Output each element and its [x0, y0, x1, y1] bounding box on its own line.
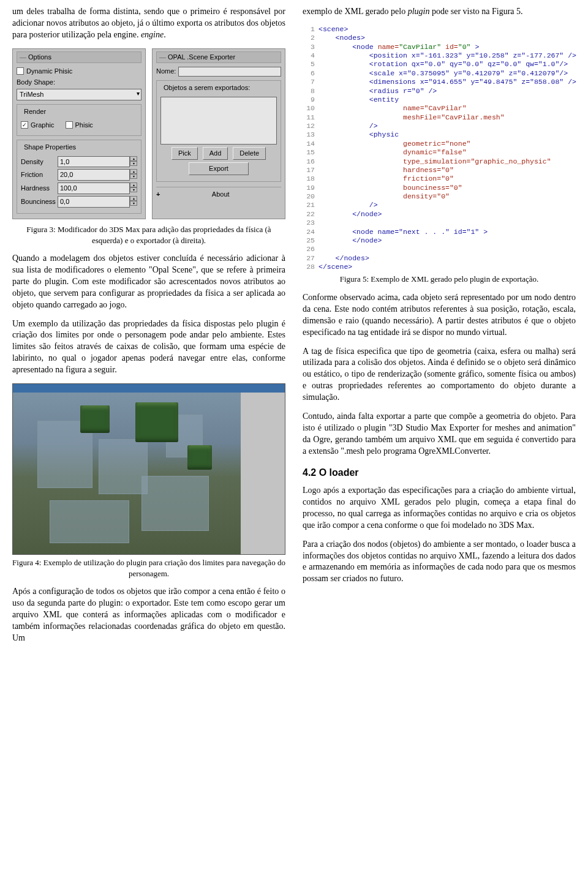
expand-icon[interactable]: +: [156, 190, 160, 199]
phisic-checkbox[interactable]: [66, 121, 73, 129]
export-listbox[interactable]: [160, 97, 277, 145]
options-panel: Options Dynamic Phisic Body Shape: TriMe…: [12, 48, 146, 219]
para-loader1: Logo após a exportação das especificaçõe…: [303, 485, 576, 532]
delete-button[interactable]: Delete: [233, 147, 266, 160]
exporter-title: OPAL .Scene Exporter: [156, 51, 281, 63]
para-config: Após a configuração de todos os objetos …: [12, 586, 285, 644]
bodyshape-combo[interactable]: TriMesh: [17, 89, 141, 100]
friction-down[interactable]: ▾: [130, 174, 137, 179]
graphic-label: Graphic: [31, 121, 55, 130]
density-input[interactable]: 1,0: [58, 156, 130, 168]
hardness-up[interactable]: ▴: [130, 182, 137, 187]
options-title: Options: [17, 51, 141, 63]
fig4-screenshot: [12, 383, 285, 555]
dynamic-phisic-checkbox[interactable]: [17, 67, 24, 75]
para-nodo: Conforme observado acima, cada objeto se…: [303, 292, 576, 339]
hardness-down[interactable]: ▾: [130, 187, 137, 192]
density-down[interactable]: ▾: [130, 161, 137, 166]
friction-label: Friction: [21, 170, 55, 179]
fig3-panels: Options Dynamic Phisic Body Shape: TriMe…: [12, 48, 285, 219]
para-exemplo-fisica: Um exemplo da utilização das propriedade…: [12, 318, 285, 376]
hardness-label: Hardness: [21, 184, 55, 193]
phisic-label: Phisic: [75, 121, 93, 130]
fig4-caption: Figura 4: Exemplo de utilização do plugi…: [12, 557, 285, 579]
para-modelagem: Quando a modelagem dos objetos estiver c…: [12, 253, 285, 310]
bounciness-input[interactable]: 0,0: [58, 196, 130, 208]
para-intro: um deles trabalha de forma distinta, sen…: [12, 6, 285, 41]
bounciness-up[interactable]: ▴: [130, 196, 137, 201]
friction-input[interactable]: 20,0: [58, 169, 130, 181]
fig3-caption: Figura 3: Modificador do 3DS Max para ad…: [12, 224, 285, 246]
para-geometria: Contudo, ainda falta exportar a parte qu…: [303, 411, 576, 457]
shapeprops-title: Shape Properties: [22, 143, 78, 152]
export-button[interactable]: Export: [189, 162, 249, 175]
para-xml-intro: exemplo de XML gerado pelo plugin pode s…: [303, 6, 576, 18]
density-label: Density: [21, 157, 55, 167]
add-button[interactable]: Add: [203, 147, 228, 160]
xml-listing: 1<scene> 2 <nodes> 3 <node name="CavPila…: [303, 25, 576, 272]
render-group-title: Render: [22, 107, 48, 116]
objetos-label: Objetos a serem exportados:: [162, 83, 252, 92]
heading-loader: 4.2 O loader: [303, 466, 576, 479]
bodyshape-label: Body Shape:: [17, 78, 141, 87]
para-loader2: Para a criação dos nodos (objetos) do am…: [303, 539, 576, 585]
bounciness-down[interactable]: ▾: [130, 201, 137, 206]
pick-button[interactable]: Pick: [172, 147, 198, 160]
density-up[interactable]: ▴: [130, 156, 137, 161]
exporter-panel: OPAL .Scene Exporter Nome: Objetos a ser…: [152, 48, 285, 219]
about-label: About: [212, 190, 230, 198]
nome-label: Nome:: [156, 67, 176, 76]
nome-input[interactable]: [178, 67, 281, 77]
dynamic-phisic-label: Dynamic Phisic: [26, 67, 72, 76]
hardness-input[interactable]: 100,0: [58, 182, 130, 194]
friction-up[interactable]: ▴: [130, 169, 137, 174]
graphic-checkbox[interactable]: ✓: [21, 121, 28, 129]
fig5-caption: Figura 5: Exemplo de XML gerado pelo plu…: [303, 274, 576, 285]
para-fisica-tag: A tag de física especifica que tipo de g…: [303, 346, 576, 404]
bounciness-label: Bounciness: [21, 197, 55, 206]
